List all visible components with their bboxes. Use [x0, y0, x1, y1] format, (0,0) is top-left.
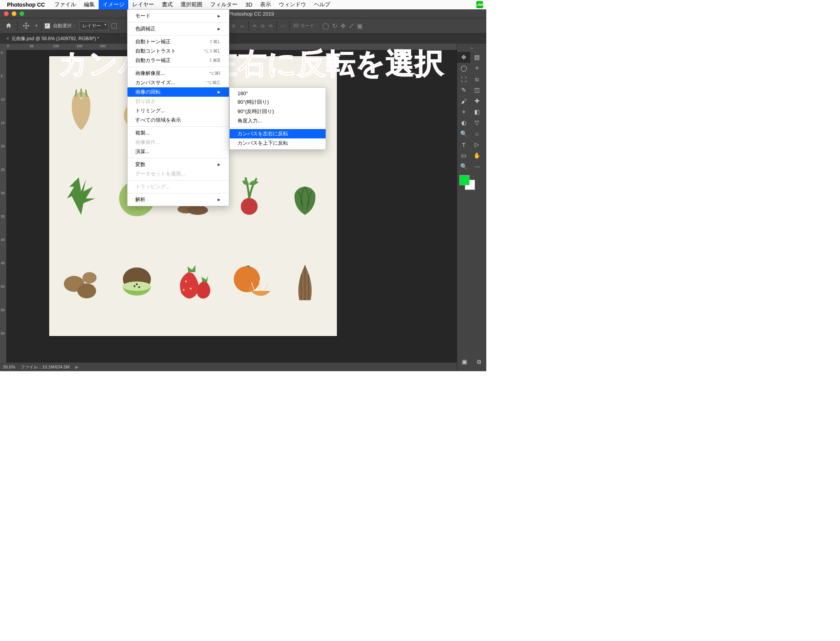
- screenmode-icon[interactable]: ⧉: [472, 356, 486, 367]
- zoom-level[interactable]: 58.6%: [3, 365, 15, 369]
- close-window-button[interactable]: [4, 11, 9, 16]
- svg-point-10: [241, 198, 257, 215]
- menu-window[interactable]: ウィンドウ: [275, 0, 310, 9]
- move-tool[interactable]: ✥: [457, 52, 470, 63]
- menu-trim[interactable]: トリミング...: [128, 106, 229, 115]
- minimize-window-button[interactable]: [12, 11, 16, 16]
- more-tools[interactable]: ⋯: [470, 161, 484, 172]
- eyedropper-tool[interactable]: ✎: [457, 85, 470, 96]
- canvas-item: [58, 254, 105, 309]
- menu-reveal-all[interactable]: すべての領域を表示: [128, 115, 229, 125]
- magic-wand-tool[interactable]: ✧: [470, 63, 484, 74]
- healing-tool[interactable]: ✚: [470, 96, 484, 106]
- flip-vertical[interactable]: カンバスを上下に反転: [230, 138, 326, 148]
- flip-horizontal[interactable]: カンバスを左右に反転: [230, 129, 326, 138]
- app-name[interactable]: Photoshop CC: [7, 2, 45, 8]
- svg-point-18: [136, 283, 138, 285]
- svg-point-16: [134, 285, 136, 287]
- blur-tool[interactable]: 🔍: [457, 128, 470, 139]
- document-tab-label: 元画像.psd @ 58.6% (1409792, RGB/8*) *: [11, 35, 99, 42]
- menu-mode[interactable]: モード: [128, 11, 229, 21]
- svg-point-21: [183, 289, 185, 291]
- clone-tool[interactable]: ⌖: [457, 106, 470, 117]
- svg-point-13: [82, 272, 96, 283]
- menu-calculations[interactable]: 演算...: [128, 147, 229, 156]
- rotate-90-ccw[interactable]: 90°(反時計回り): [230, 107, 326, 116]
- file-info[interactable]: ファイル：10.1M/624.5M: [21, 364, 69, 370]
- menu-edit[interactable]: 編集: [80, 0, 99, 9]
- 3d-camera-icon[interactable]: ▣: [357, 22, 363, 30]
- rotate-arbitrary[interactable]: 角度入力...: [230, 116, 326, 126]
- auto-select-checkbox[interactable]: [45, 23, 50, 28]
- menu-image[interactable]: イメージ: [99, 0, 128, 9]
- slice-tool[interactable]: ⧅: [470, 74, 484, 85]
- line-tray-icon[interactable]: LINE: [476, 1, 483, 8]
- frame-tool[interactable]: ◫: [470, 85, 484, 96]
- home-icon[interactable]: [3, 20, 14, 31]
- menu-adjustments[interactable]: 色調補正: [128, 24, 229, 34]
- menu-auto-contrast[interactable]: 自動コントラスト⌥⇧⌘L: [128, 46, 229, 56]
- menu-select[interactable]: 選択範囲: [177, 0, 206, 9]
- canvas-item: [226, 169, 273, 223]
- gradient-tool[interactable]: ◐: [457, 117, 470, 128]
- lasso-tool[interactable]: ◯: [457, 63, 470, 74]
- dodge-tool[interactable]: ○: [470, 128, 484, 139]
- 3d-orbit-icon[interactable]: ◯: [322, 22, 329, 30]
- menu-duplicate[interactable]: 複製...: [128, 128, 229, 138]
- 3d-pan-icon[interactable]: ✥: [340, 22, 346, 30]
- foreground-color[interactable]: [459, 175, 470, 185]
- align-center-icon[interactable]: ≑: [231, 22, 236, 30]
- color-swatches[interactable]: [457, 172, 486, 193]
- menu-layer[interactable]: レイヤー: [128, 0, 158, 9]
- canvas-item: [58, 83, 105, 138]
- menu-auto-tone[interactable]: 自動トーン補正⇧⌘L: [128, 37, 229, 46]
- menu-canvas-size[interactable]: カンバスサイズ...⌥⌘C: [128, 78, 229, 87]
- menu-auto-color[interactable]: 自動カラー補正⇧⌘B: [128, 56, 229, 65]
- distribute-top-icon[interactable]: ≐: [252, 22, 257, 30]
- brush-tool[interactable]: 🖌: [457, 96, 470, 106]
- distribute-mid-icon[interactable]: ≑: [260, 22, 265, 30]
- menu-file[interactable]: ファイル: [50, 0, 80, 9]
- svg-point-20: [190, 288, 192, 290]
- rectangle-tool[interactable]: ▭: [457, 150, 470, 161]
- menu-variables[interactable]: 変数: [128, 160, 229, 169]
- 3d-roll-icon[interactable]: ↻: [332, 22, 337, 30]
- document-tab[interactable]: × 元画像.psd @ 58.6% (1409792, RGB/8*) *: [2, 34, 103, 44]
- distribute-bot-icon[interactable]: ≐: [268, 22, 273, 30]
- menu-analysis[interactable]: 解析: [128, 195, 229, 204]
- menu-image-size[interactable]: 画像解像度...⌥⌘I: [128, 69, 229, 78]
- eraser-tool[interactable]: ◧: [470, 106, 484, 117]
- canvas-item: [113, 254, 160, 309]
- move-tool-icon[interactable]: [21, 20, 32, 31]
- menu-apply-image: 画像操作...: [128, 138, 229, 147]
- rotate-90-cw[interactable]: 90°(時計回り): [230, 97, 326, 107]
- menu-image-rotation[interactable]: 画像の回転: [128, 87, 229, 97]
- image-rotation-submenu: 180° 90°(時計回り) 90°(反時計回り) 角度入力... カンバスを左…: [229, 87, 326, 150]
- auto-select-dropdown[interactable]: レイヤー: [80, 21, 108, 30]
- transform-controls-checkbox[interactable]: [112, 23, 117, 28]
- menu-filter[interactable]: フィルター: [206, 0, 241, 9]
- quickmask-icon[interactable]: ▣: [458, 356, 471, 367]
- 3d-slide-icon[interactable]: ⤢: [349, 22, 354, 30]
- hand-tool[interactable]: ✋: [470, 150, 484, 161]
- crop-tool[interactable]: ⛶: [457, 74, 470, 85]
- menu-help[interactable]: ヘルプ: [310, 0, 334, 9]
- artboard-tool[interactable]: ▧: [470, 52, 484, 63]
- svg-point-22: [234, 266, 260, 292]
- bucket-tool[interactable]: ▽: [470, 117, 484, 128]
- zoom-window-button[interactable]: [19, 11, 24, 16]
- zoom-tool[interactable]: 🔍: [457, 161, 470, 172]
- menu-3d[interactable]: 3D: [241, 0, 256, 9]
- align-right-icon[interactable]: ⫠: [239, 22, 245, 29]
- type-tool[interactable]: T: [457, 139, 470, 150]
- 3d-mode-label: 3D モード：: [293, 23, 319, 29]
- menu-view[interactable]: 表示: [256, 0, 275, 9]
- path-select-tool[interactable]: ▷: [470, 139, 484, 150]
- svg-point-12: [77, 283, 96, 298]
- more-align-icon[interactable]: ⋯: [280, 22, 286, 30]
- options-bar: ▼ 自動選択： レイヤー ⫞ ≑ ⫠ ≐ ≑ ≐ ⋯ 3D モード： ◯ ↻ ✥…: [0, 18, 486, 34]
- rotate-180[interactable]: 180°: [230, 89, 326, 97]
- menu-type[interactable]: 書式: [158, 0, 177, 9]
- close-tab-icon[interactable]: ×: [6, 36, 9, 41]
- tools-panel: » ✥▧ ◯✧ ⛶⧅ ✎◫ 🖌✚ ⌖◧ ◐▽ 🔍○ T▷ ▭✋ 🔍⋯ ▣ ⧉: [457, 44, 486, 371]
